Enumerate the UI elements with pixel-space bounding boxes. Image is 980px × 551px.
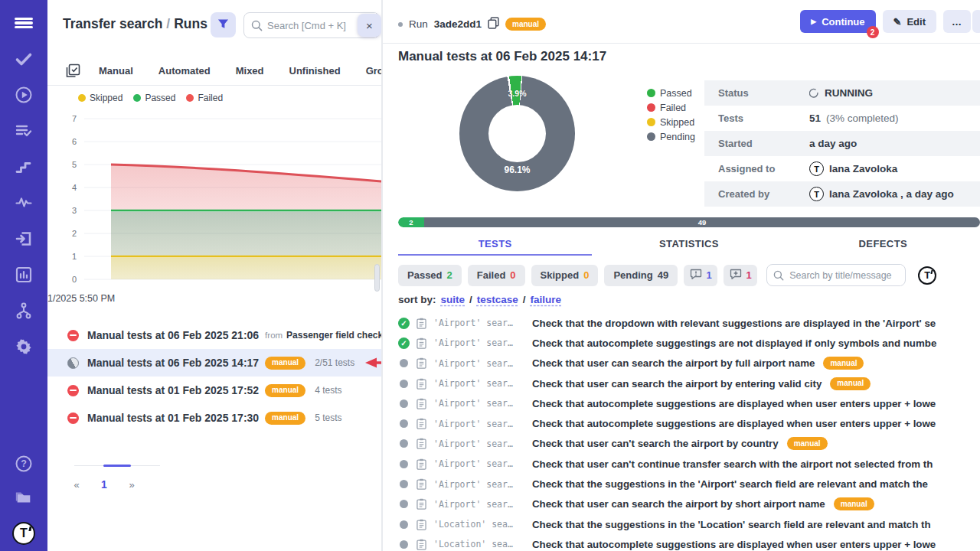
test-suite-name[interactable]: 'Airport' sear… <box>433 499 525 510</box>
user-filter-avatar[interactable]: T <box>918 266 936 285</box>
steps-icon[interactable] <box>15 158 33 176</box>
test-suite-name[interactable]: 'Location' sea… <box>433 539 525 549</box>
test-suite-name[interactable]: 'Airport' sear… <box>433 419 525 429</box>
filter-failed-button[interactable]: Failed0 <box>468 265 525 286</box>
test-title[interactable]: Check that autocomplete suggestions are … <box>532 539 936 550</box>
play-circle-icon[interactable] <box>15 86 33 104</box>
copy-run-id-button[interactable] <box>488 17 499 31</box>
run-list-item[interactable]: Manual tests at 01 Feb 2025 17:52 manual… <box>47 377 381 404</box>
prev-page-button[interactable]: « <box>63 479 90 491</box>
comment-plus-icon <box>730 269 742 282</box>
tab-mixed[interactable]: Mixed <box>236 65 264 77</box>
test-row[interactable]: 'Airport' sear… Check that autocomplete … <box>398 333 980 353</box>
account-avatar[interactable]: T <box>12 522 35 545</box>
test-title[interactable]: Check that user can't search the airport… <box>532 438 779 449</box>
gear-icon[interactable] <box>15 337 33 356</box>
tab-defects[interactable]: DEFECTS <box>786 232 980 256</box>
filter-pending-button[interactable]: Pending49 <box>604 265 678 286</box>
filter-skipped-button[interactable]: Skipped0 <box>531 265 599 286</box>
test-suite-name[interactable]: 'Airport' sear… <box>433 337 525 348</box>
assignee-avatar[interactable]: T <box>809 161 824 176</box>
sign-in-icon[interactable] <box>15 230 33 248</box>
tab-unfinished[interactable]: Unfinished <box>289 65 341 77</box>
run-title[interactable]: Manual tests at 06 Feb 2025 14:17 <box>87 357 259 369</box>
test-title[interactable]: Check that the suggestions in the 'Locat… <box>532 519 931 530</box>
select-all-icon[interactable] <box>66 64 80 78</box>
test-row[interactable]: 'Airport' sear… Check that user can sear… <box>398 494 980 514</box>
legend-passed[interactable]: Passed <box>133 93 175 103</box>
legend-failed[interactable]: Failed <box>186 93 223 103</box>
tab-tests[interactable]: TESTS <box>398 232 592 256</box>
continue-button[interactable]: ▶ Continue 2 <box>800 10 875 33</box>
overflow-button-partial[interactable] <box>972 10 980 33</box>
test-row[interactable]: 'Airport' sear… Check that user can sear… <box>398 373 980 393</box>
more-actions-button[interactable]: … <box>943 10 971 33</box>
test-title[interactable]: Check that autocomplete suggestions are … <box>532 398 936 409</box>
page-1-button[interactable]: 1 <box>90 478 118 491</box>
run-list-item[interactable]: Manual tests at 01 Feb 2025 17:30 manual… <box>47 404 381 432</box>
scrollbar-thumb[interactable] <box>374 264 380 292</box>
tests-search-input[interactable] <box>789 265 901 285</box>
run-title[interactable]: Manual tests at 01 Feb 2025 17:52 <box>87 384 259 396</box>
filter-passed-button[interactable]: Passed2 <box>398 265 462 286</box>
run-list-item[interactable]: Manual tests at 06 Feb 2025 14:17 manual… <box>47 349 381 377</box>
spinner-icon <box>809 88 819 98</box>
help-icon[interactable]: ? <box>15 455 33 473</box>
sort-testcase-link[interactable]: testcase <box>477 294 518 305</box>
test-title[interactable]: Check that the dropdown with relevant su… <box>532 318 936 329</box>
tab-automated[interactable]: Automated <box>158 65 211 77</box>
close-panel-button[interactable]: × <box>358 14 381 37</box>
folder-icon[interactable] <box>15 488 33 507</box>
creator-name[interactable]: Iana Zavoloka , a day ago <box>829 188 954 200</box>
test-title[interactable]: Check that user can't continue transfer … <box>532 458 933 470</box>
test-suite-name[interactable]: 'Airport' sear… <box>433 479 525 490</box>
test-suite-name[interactable]: 'Airport' sear… <box>433 378 525 389</box>
test-row[interactable]: 'Location' sea… Check that autocomplete … <box>398 534 980 551</box>
test-suite-name[interactable]: 'Airport' sear… <box>433 439 525 449</box>
test-title[interactable]: Check that user can search the airport b… <box>532 357 815 369</box>
test-row[interactable]: 'Airport' sear… Check that user can't se… <box>398 434 980 454</box>
hamburger-menu-icon[interactable] <box>15 14 33 32</box>
test-row[interactable]: 'Airport' sear… Check that the dropdown … <box>398 313 980 333</box>
pulse-icon[interactable] <box>15 194 33 212</box>
sort-suite-link[interactable]: suite <box>441 294 466 305</box>
test-suite-name[interactable]: 'Airport' sear… <box>433 318 525 328</box>
test-row[interactable]: 'Location' sea… Check that the suggestio… <box>398 514 980 534</box>
task-list-icon[interactable] <box>15 122 33 140</box>
legend-skipped[interactable]: Skipped <box>78 93 122 103</box>
filter-button[interactable] <box>211 12 236 37</box>
filter-comments-button[interactable]: 1 <box>684 265 717 286</box>
test-suite-name[interactable]: 'Airport' sear… <box>433 358 525 369</box>
tab-groups[interactable]: Groups <box>366 65 381 77</box>
tab-manual[interactable]: Manual <box>99 65 133 77</box>
check-icon[interactable] <box>15 50 33 68</box>
run-source-name[interactable]: Passenger field check <box>286 330 381 341</box>
test-suite-name[interactable]: 'Airport' sear… <box>433 398 525 409</box>
breadcrumb-project[interactable]: Transfer search <box>63 16 162 31</box>
test-row[interactable]: 'Airport' sear… Check that autocomplete … <box>398 393 980 413</box>
test-suite-name[interactable]: 'Airport' sear… <box>433 458 525 469</box>
run-title[interactable]: Manual tests at 01 Feb 2025 17:30 <box>87 412 259 424</box>
test-suite-name[interactable]: 'Location' sea… <box>433 519 525 530</box>
creator-avatar[interactable]: T <box>809 187 824 201</box>
edit-button[interactable]: ✎ Edit <box>883 10 936 33</box>
next-page-button[interactable]: » <box>118 479 145 491</box>
run-list-item[interactable]: Manual tests at 06 Feb 2025 21:06 from P… <box>47 321 381 349</box>
test-title[interactable]: Check that user can search the airport b… <box>532 378 822 390</box>
sort-failure-link[interactable]: failure <box>531 294 562 305</box>
analytics-icon[interactable] <box>15 266 33 284</box>
test-row[interactable]: 'Airport' sear… Check that autocomplete … <box>398 413 980 433</box>
test-title[interactable]: Check that the suggestions in the 'Airpo… <box>532 478 928 490</box>
test-title[interactable]: Check that autocomplete suggestings are … <box>532 337 936 349</box>
manual-badge: manual <box>265 384 305 397</box>
branch-icon[interactable] <box>15 302 33 320</box>
run-title[interactable]: Manual tests at 06 Feb 2025 21:06 <box>87 329 259 341</box>
tab-statistics[interactable]: STATISTICS <box>592 232 786 256</box>
test-title[interactable]: Check that autocomplete suggestions are … <box>532 418 936 429</box>
assignee-name[interactable]: Iana Zavoloka <box>829 163 897 174</box>
test-title[interactable]: Check that user can search the airport b… <box>532 498 825 510</box>
test-row[interactable]: 'Airport' sear… Check that the suggestio… <box>398 474 980 494</box>
filter-comment-add-button[interactable]: 1 <box>724 265 757 286</box>
test-row[interactable]: 'Airport' sear… Check that user can sear… <box>398 354 980 373</box>
test-row[interactable]: 'Airport' sear… Check that user can't co… <box>398 454 980 474</box>
